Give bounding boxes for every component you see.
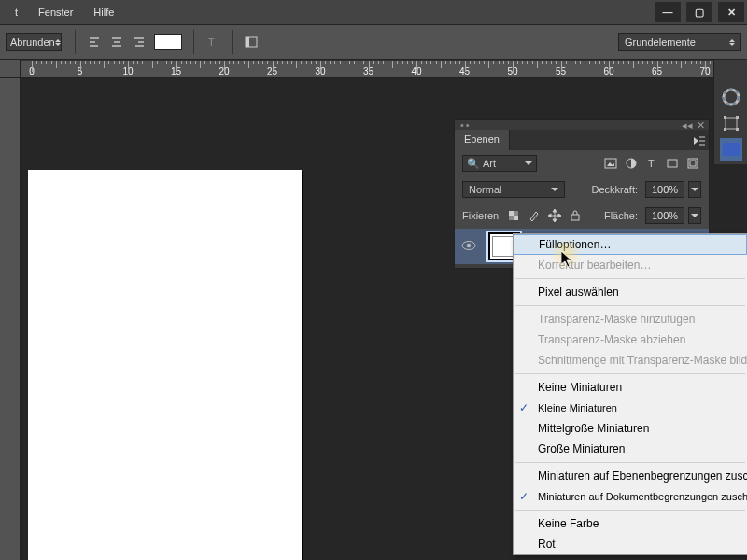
window-close-button[interactable]: ✕ — [718, 2, 744, 22]
menu-thumb-small[interactable]: ✓Kleine Miniaturen — [514, 398, 747, 418]
lock-transparency-icon[interactable] — [505, 207, 522, 224]
filter-smart-icon[interactable] — [684, 155, 701, 172]
menu-thumb-none[interactable]: Keine Miniaturen — [514, 377, 747, 398]
ruler-vertical[interactable] — [0, 78, 21, 560]
layer-context-menu: Fülloptionen… Korrektur bearbeiten… Pixe… — [513, 233, 747, 555]
separator — [515, 510, 745, 511]
check-icon: ✓ — [519, 401, 529, 414]
svg-rect-29 — [690, 161, 696, 166]
svg-marker-36 — [553, 209, 557, 212]
lock-label: Fixieren: — [462, 210, 501, 221]
menu-edit-adjustment: Korrektur bearbeiten… — [514, 255, 747, 275]
svg-rect-27 — [668, 160, 677, 167]
svg-point-42 — [467, 244, 471, 247]
svg-rect-16 — [736, 116, 739, 119]
svg-rect-17 — [724, 128, 726, 131]
close-icon[interactable]: ✕ — [697, 119, 705, 132]
visibility-icon[interactable] — [455, 240, 483, 253]
window-maximize-button[interactable]: ▢ — [686, 2, 712, 22]
align-center-button[interactable] — [106, 32, 127, 52]
search-icon: 🔍 — [467, 158, 480, 170]
svg-marker-19 — [694, 137, 698, 145]
fill-swatch[interactable] — [154, 34, 182, 50]
opacity-flyout[interactable] — [688, 181, 701, 198]
menu-fenster[interactable]: Fenster — [29, 3, 82, 21]
svg-marker-24 — [607, 162, 614, 166]
lock-position-icon[interactable] — [546, 207, 563, 224]
blend-mode-select[interactable]: Normal — [462, 181, 565, 198]
separator — [75, 30, 76, 54]
ruler-origin[interactable] — [0, 60, 21, 78]
menu-color-red[interactable]: Rot — [514, 534, 747, 554]
menu-thumb-large[interactable]: Große Miniaturen — [514, 439, 747, 459]
menu-item[interactable]: t — [6, 3, 27, 21]
separator — [515, 305, 745, 306]
align-left-button[interactable] — [84, 32, 105, 52]
fill-label: Fläche: — [604, 210, 638, 221]
fill-flyout[interactable] — [688, 207, 701, 224]
menu-intersect-mask: Schnittmenge mit Transparenz-Maske bilde… — [514, 350, 747, 371]
svg-rect-15 — [724, 116, 726, 119]
document-canvas[interactable] — [28, 170, 302, 560]
panel-drag-handle[interactable]: •• ◂◂ ✕ — [455, 120, 709, 130]
menu-hilfe[interactable]: Hilfe — [84, 3, 123, 21]
separator — [515, 373, 745, 374]
corner-style-select[interactable]: Abrunden — [6, 33, 62, 51]
svg-marker-37 — [553, 219, 557, 222]
workspace-select[interactable]: Grundelemente — [618, 33, 741, 51]
separator — [232, 30, 233, 54]
svg-rect-18 — [736, 128, 739, 131]
color-wheel-icon[interactable] — [720, 86, 742, 108]
opacity-label: Deckkraft: — [591, 184, 638, 195]
menu-color-none[interactable]: Keine Farbe — [514, 513, 747, 534]
lock-all-icon[interactable] — [567, 207, 584, 224]
svg-rect-32 — [514, 211, 518, 216]
panel-menu-button[interactable] — [690, 132, 709, 150]
svg-rect-40 — [571, 215, 579, 220]
blend-mode-label: Normal — [469, 184, 501, 195]
collapse-icon[interactable]: ◂◂ — [682, 119, 693, 132]
menu-fill-options[interactable]: Fülloptionen… — [514, 234, 747, 255]
svg-marker-39 — [558, 214, 561, 217]
separator — [515, 278, 745, 279]
svg-rect-14 — [726, 118, 737, 129]
menu-select-pixels[interactable]: Pixel auswählen — [514, 282, 747, 302]
separator — [515, 462, 745, 463]
svg-text:T: T — [648, 158, 655, 169]
lock-paint-icon[interactable] — [526, 207, 543, 224]
transform-icon[interactable] — [720, 112, 742, 134]
workspace-label: Grundelemente — [625, 36, 696, 48]
corner-style-label: Abrunden — [10, 36, 55, 48]
menu-add-mask: Transparenz-Maske hinzufügen — [514, 309, 747, 329]
filter-text-icon[interactable]: T — [643, 155, 660, 172]
svg-rect-30 — [509, 211, 514, 216]
panel-toggle-button[interactable] — [241, 32, 261, 52]
window-minimize-button[interactable]: — — [655, 2, 681, 22]
color-swatch-tool[interactable] — [720, 138, 742, 161]
fill-value[interactable]: 100% — [645, 207, 684, 224]
layer-filter-label: Art — [483, 158, 496, 169]
warp-text-button[interactable]: T — [203, 32, 223, 52]
svg-marker-38 — [548, 214, 551, 217]
filter-adjust-icon[interactable] — [623, 155, 640, 172]
right-toolstrip — [713, 60, 747, 164]
svg-rect-33 — [509, 216, 514, 220]
ruler-horizontal[interactable]: 0510152025303540455055606570 — [21, 60, 747, 78]
align-right-button[interactable] — [129, 32, 149, 52]
svg-rect-31 — [514, 216, 518, 220]
svg-text:T: T — [208, 36, 215, 48]
separator — [193, 30, 194, 54]
opacity-value[interactable]: 100% — [645, 181, 684, 198]
svg-rect-11 — [246, 37, 249, 47]
menu-thumb-medium[interactable]: Mittelgroße Miniaturen — [514, 418, 747, 439]
layer-filter-select[interactable]: 🔍 Art — [462, 155, 537, 172]
menu-thumb-clip-layer[interactable]: Miniaturen auf Ebenenbegrenzungen zuschn… — [514, 466, 747, 486]
menu-subtract-mask: Transparenz-Maske abziehen — [514, 329, 747, 350]
filter-shape-icon[interactable] — [664, 155, 681, 172]
check-icon: ✓ — [519, 490, 529, 503]
filter-image-icon[interactable] — [602, 155, 619, 172]
menu-thumb-clip-doc[interactable]: ✓Miniaturen auf Dokumentbegrenzungen zus… — [514, 486, 747, 507]
tab-layers[interactable]: Ebenen — [455, 130, 510, 150]
